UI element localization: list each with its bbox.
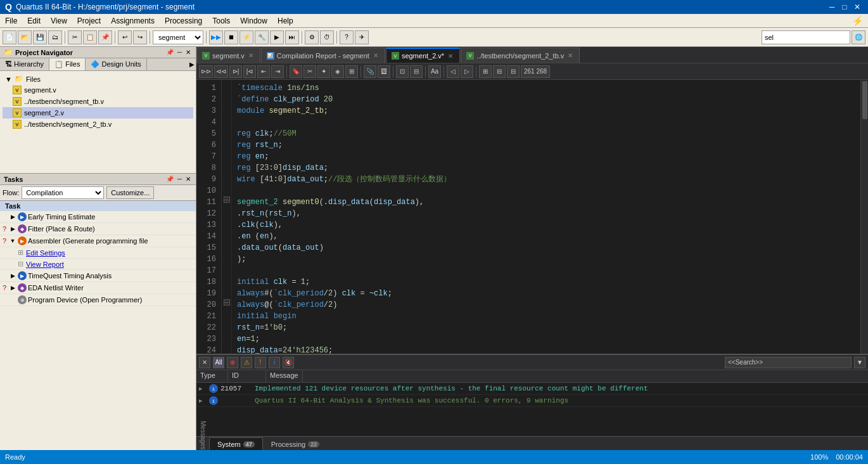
ed-btn-2[interactable]: ⊲⊲ xyxy=(214,65,228,78)
search-input[interactable] xyxy=(762,30,850,44)
nav-min-button[interactable]: ─ xyxy=(176,48,183,56)
fold-btn-11[interactable]: ─ xyxy=(224,197,230,203)
ed-btn-11[interactable]: ⊞ xyxy=(345,65,358,78)
msg-error-button[interactable]: ⊗ xyxy=(227,357,238,368)
undo-button[interactable]: ↩ xyxy=(118,30,132,44)
help-button[interactable]: ? xyxy=(340,30,354,44)
tab-compilation-report[interactable]: 📊 Compilation Report - segment ✕ xyxy=(261,48,385,63)
scrollbar-thumb[interactable] xyxy=(862,81,867,119)
start-analysis-button[interactable]: ⚡ xyxy=(239,30,253,44)
tab-files[interactable]: 📋 Files xyxy=(49,58,86,70)
start-fitter-button[interactable]: 🔧 xyxy=(255,30,269,44)
msg-expand-2[interactable]: ▶ xyxy=(199,397,207,404)
nav-pin-button[interactable]: 📌 xyxy=(165,48,175,56)
edit-settings-link[interactable]: Edit Settings xyxy=(26,249,65,257)
ed-btn-16[interactable]: Aa xyxy=(428,65,441,78)
tab-system[interactable]: System 47 xyxy=(209,437,263,450)
menu-project[interactable]: Project xyxy=(72,14,106,27)
task-expand-5[interactable]: ▶ xyxy=(9,285,16,291)
start-compilation-button[interactable]: ▶▶ xyxy=(209,30,223,44)
customize-button[interactable]: Customize... xyxy=(106,186,154,199)
nav-close-button[interactable]: ✕ xyxy=(184,48,192,56)
ed-btn-6[interactable]: ⇥ xyxy=(271,65,284,78)
task-expand-4[interactable]: ▶ xyxy=(9,273,16,279)
redo-button[interactable]: ↪ xyxy=(133,30,147,44)
ed-btn-19[interactable]: ⊞ xyxy=(479,65,492,78)
maximize-button[interactable]: □ xyxy=(839,1,850,13)
msg-clear-button[interactable]: ✕ xyxy=(199,357,210,368)
ed-btn-5[interactable]: ⇤ xyxy=(257,65,270,78)
ed-btn-15[interactable]: ⊟ xyxy=(410,65,423,78)
ed-btn-17[interactable]: ◁ xyxy=(447,65,459,78)
tab-close-2[interactable]: ✕ xyxy=(372,52,380,59)
tasks-pin-button[interactable]: 📌 xyxy=(165,175,175,183)
task-eda[interactable]: ? ▶ ◆ EDA Netlist Writer xyxy=(0,282,196,294)
msg-expand-1[interactable]: ▶ xyxy=(199,385,207,392)
cut-button[interactable]: ✂ xyxy=(68,30,82,44)
ed-btn-9[interactable]: ✦ xyxy=(317,65,330,78)
ed-btn-13[interactable]: 🖼 xyxy=(378,65,390,78)
menu-file[interactable]: File xyxy=(0,14,22,27)
paste-button[interactable]: 📌 xyxy=(98,30,112,44)
menu-help[interactable]: Help xyxy=(272,14,298,27)
tab-close-4[interactable]: ✕ xyxy=(566,52,574,59)
ed-btn-3[interactable]: ⊳| xyxy=(229,65,242,78)
menu-processing[interactable]: Processing xyxy=(160,14,207,27)
save-button[interactable]: 💾 xyxy=(33,30,47,44)
tab-design-units[interactable]: 🔷 Design Units xyxy=(86,58,146,70)
ed-btn-8[interactable]: ✂ xyxy=(303,65,316,78)
file-item-segment-2-tb[interactable]: V ../testbench/segment_2_tb.v xyxy=(3,119,193,130)
msg-suppress-button[interactable]: 🔇 xyxy=(283,357,294,368)
new-button[interactable]: 📄 xyxy=(3,30,16,44)
extra-button[interactable]: ✈ xyxy=(355,30,369,44)
ed-btn-4[interactable]: |⊲ xyxy=(243,65,256,78)
ed-btn-18[interactable]: ▷ xyxy=(461,65,473,78)
menu-view[interactable]: View xyxy=(46,14,72,27)
task-program-device[interactable]: ⊕ Program Device (Open Programmer) xyxy=(0,294,196,306)
ed-btn-12[interactable]: 📎 xyxy=(364,65,376,78)
msg-info-button[interactable]: i xyxy=(269,357,280,368)
open-button[interactable]: 📂 xyxy=(18,30,32,44)
run-button[interactable]: ▶ xyxy=(270,30,284,44)
ed-btn-10[interactable]: ◈ xyxy=(331,65,344,78)
task-expand-3[interactable]: ▼ xyxy=(9,238,16,244)
view-report-link[interactable]: View Report xyxy=(26,261,64,268)
files-folder[interactable]: ▼ 📁 Files xyxy=(3,74,193,84)
editor-scrollbar[interactable] xyxy=(860,80,868,354)
tab-segment-2-v[interactable]: V segment_2.v* ✕ xyxy=(386,48,460,63)
msg-critical-button[interactable]: ! xyxy=(255,357,266,368)
task-fitter[interactable]: ? ▶ ◆ Fitter (Place & Route) xyxy=(0,223,196,235)
project-dropdown[interactable]: segment xyxy=(153,30,203,44)
timing-button[interactable]: ⏱ xyxy=(320,30,334,44)
ed-btn-14[interactable]: ⊡ xyxy=(396,65,409,78)
tab-hierarchy[interactable]: 🏗 Hierarchy xyxy=(0,58,49,70)
file-item-segment-2-v[interactable]: V segment_2.v xyxy=(3,107,193,119)
msg-all-button[interactable]: All xyxy=(213,357,224,368)
menu-tools[interactable]: Tools xyxy=(207,14,235,27)
copy-button[interactable]: 📋 xyxy=(83,30,97,44)
msg-warning-button[interactable]: ⚠ xyxy=(241,357,252,368)
step-button[interactable]: ⏭ xyxy=(285,30,299,44)
stop-button[interactable]: ⏹ xyxy=(224,30,238,44)
tab-processing[interactable]: Processing 22 xyxy=(263,437,328,450)
nav-tabs-expand[interactable]: ▶ xyxy=(188,58,196,70)
task-timequest[interactable]: ▶ ▶ TimeQuest Timing Analysis xyxy=(0,270,196,282)
task-early-timing[interactable]: ▶ ▶ Early Timing Estimate xyxy=(0,211,196,223)
ed-btn-1[interactable]: ⊳⊳ xyxy=(199,65,213,78)
msg-row-1[interactable]: ▶ i 21057 Implemented 121 device resourc… xyxy=(196,383,868,395)
task-view-report[interactable]: ⊟ View Report xyxy=(0,259,196,270)
file-item-segment-v[interactable]: V segment.v xyxy=(3,84,193,96)
tasks-close-button[interactable]: ✕ xyxy=(184,175,192,183)
msg-row-2[interactable]: ▶ i Quartus II 64-Bit Analysis & Synthes… xyxy=(196,395,868,407)
code-text[interactable]: `timescale 1ns/1ns `define clk_period 20… xyxy=(232,80,868,354)
tab-segment-v[interactable]: V segment.v ✕ xyxy=(196,48,260,63)
save-all-button[interactable]: 🗂 xyxy=(48,30,62,44)
task-edit-settings[interactable]: ⊞ Edit Settings xyxy=(0,247,196,259)
tasks-min-button[interactable]: ─ xyxy=(176,175,183,183)
tab-segment-2-tb[interactable]: V ../testbench/segment_2_tb.v ✕ xyxy=(461,48,580,63)
message-search-input[interactable] xyxy=(725,357,852,368)
menu-edit[interactable]: Edit xyxy=(22,14,46,27)
tab-close-1[interactable]: ✕ xyxy=(247,52,255,59)
search-down-button[interactable]: ▼ xyxy=(854,357,865,368)
program-button[interactable]: ⚙ xyxy=(305,30,319,44)
